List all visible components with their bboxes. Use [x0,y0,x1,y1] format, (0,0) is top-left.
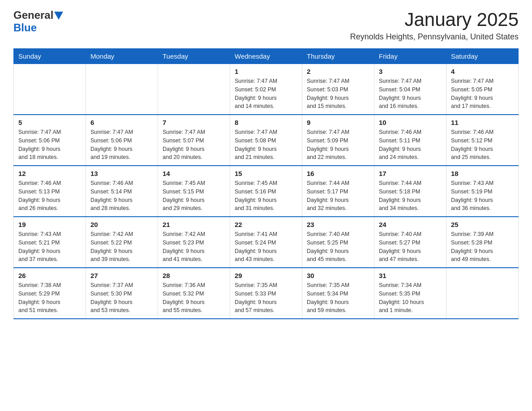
day-number: 10 [379,119,442,126]
day-number: 22 [235,221,297,228]
day-info: Sunrise: 7:44 AM Sunset: 5:18 PM Dayligh… [379,179,442,213]
calendar-day-31: 31Sunrise: 7:34 AM Sunset: 5:35 PM Dayli… [374,268,446,319]
day-number: 17 [379,170,442,177]
calendar-day-1: 1Sunrise: 7:47 AM Sunset: 5:02 PM Daylig… [230,64,302,115]
weekday-header-tuesday: Tuesday [158,49,230,64]
day-info: Sunrise: 7:35 AM Sunset: 5:33 PM Dayligh… [235,281,297,315]
logo: General Blue [13,9,63,34]
day-number: 28 [163,272,225,279]
day-number: 6 [90,119,153,126]
calendar-day-25: 25Sunrise: 7:39 AM Sunset: 5:28 PM Dayli… [446,217,519,268]
day-info: Sunrise: 7:47 AM Sunset: 5:09 PM Dayligh… [307,128,369,162]
day-number: 7 [163,119,225,126]
day-number: 23 [307,221,369,228]
calendar-week-row: 1Sunrise: 7:47 AM Sunset: 5:02 PM Daylig… [14,64,519,115]
calendar-day-16: 16Sunrise: 7:44 AM Sunset: 5:17 PM Dayli… [302,166,374,217]
day-number: 31 [379,272,442,279]
logo-blue-text: Blue [13,21,37,34]
calendar-day-28: 28Sunrise: 7:36 AM Sunset: 5:32 PM Dayli… [158,268,230,319]
calendar-day-26: 26Sunrise: 7:38 AM Sunset: 5:29 PM Dayli… [14,268,86,319]
calendar-week-row: 5Sunrise: 7:47 AM Sunset: 5:06 PM Daylig… [14,115,519,166]
calendar-empty-cell [86,64,158,115]
day-number: 29 [235,272,297,279]
day-info: Sunrise: 7:42 AM Sunset: 5:23 PM Dayligh… [163,230,225,264]
weekday-header-wednesday: Wednesday [230,49,302,64]
day-number: 30 [307,272,369,279]
location-subtitle: Reynolds Heights, Pennsylvania, United S… [350,32,519,42]
day-number: 8 [235,119,297,126]
weekday-header-sunday: Sunday [14,49,86,64]
title-section: January 2025 Reynolds Heights, Pennsylva… [350,9,519,42]
day-number: 18 [451,170,514,177]
day-info: Sunrise: 7:43 AM Sunset: 5:21 PM Dayligh… [18,230,81,264]
day-info: Sunrise: 7:43 AM Sunset: 5:19 PM Dayligh… [451,179,514,213]
weekday-header-saturday: Saturday [446,49,519,64]
day-info: Sunrise: 7:38 AM Sunset: 5:29 PM Dayligh… [18,281,81,315]
calendar-empty-cell [158,64,230,115]
calendar-day-2: 2Sunrise: 7:47 AM Sunset: 5:03 PM Daylig… [302,64,374,115]
day-number: 11 [451,119,514,126]
day-number: 13 [90,170,153,177]
day-info: Sunrise: 7:46 AM Sunset: 5:12 PM Dayligh… [451,128,514,162]
day-info: Sunrise: 7:47 AM Sunset: 5:05 PM Dayligh… [451,77,514,111]
calendar-day-12: 12Sunrise: 7:46 AM Sunset: 5:13 PM Dayli… [14,166,86,217]
calendar-day-13: 13Sunrise: 7:46 AM Sunset: 5:14 PM Dayli… [86,166,158,217]
day-info: Sunrise: 7:40 AM Sunset: 5:27 PM Dayligh… [379,230,442,264]
day-info: Sunrise: 7:37 AM Sunset: 5:30 PM Dayligh… [90,281,153,315]
day-info: Sunrise: 7:46 AM Sunset: 5:13 PM Dayligh… [18,179,81,213]
day-number: 5 [18,119,81,126]
calendar-day-19: 19Sunrise: 7:43 AM Sunset: 5:21 PM Dayli… [14,217,86,268]
day-number: 16 [307,170,369,177]
calendar-week-row: 19Sunrise: 7:43 AM Sunset: 5:21 PM Dayli… [14,217,519,268]
day-info: Sunrise: 7:47 AM Sunset: 5:03 PM Dayligh… [307,77,369,111]
calendar-day-11: 11Sunrise: 7:46 AM Sunset: 5:12 PM Dayli… [446,115,519,166]
calendar-day-6: 6Sunrise: 7:47 AM Sunset: 5:06 PM Daylig… [86,115,158,166]
day-number: 19 [18,221,81,228]
calendar-day-27: 27Sunrise: 7:37 AM Sunset: 5:30 PM Dayli… [86,268,158,319]
day-number: 12 [18,170,81,177]
month-year-title: January 2025 [350,9,519,30]
calendar-day-10: 10Sunrise: 7:46 AM Sunset: 5:11 PM Dayli… [374,115,446,166]
day-number: 24 [379,221,442,228]
calendar-day-30: 30Sunrise: 7:35 AM Sunset: 5:34 PM Dayli… [302,268,374,319]
day-info: Sunrise: 7:40 AM Sunset: 5:25 PM Dayligh… [307,230,369,264]
calendar-empty-cell [446,268,519,319]
day-info: Sunrise: 7:47 AM Sunset: 5:02 PM Dayligh… [235,77,297,111]
day-info: Sunrise: 7:47 AM Sunset: 5:07 PM Dayligh… [163,128,225,162]
calendar-day-18: 18Sunrise: 7:43 AM Sunset: 5:19 PM Dayli… [446,166,519,217]
calendar-day-20: 20Sunrise: 7:42 AM Sunset: 5:22 PM Dayli… [86,217,158,268]
calendar-day-15: 15Sunrise: 7:45 AM Sunset: 5:16 PM Dayli… [230,166,302,217]
day-number: 1 [235,68,297,75]
day-info: Sunrise: 7:36 AM Sunset: 5:32 PM Dayligh… [163,281,225,315]
svg-marker-0 [54,12,63,20]
day-info: Sunrise: 7:47 AM Sunset: 5:08 PM Dayligh… [235,128,297,162]
calendar-day-9: 9Sunrise: 7:47 AM Sunset: 5:09 PM Daylig… [302,115,374,166]
day-number: 26 [18,272,81,279]
calendar-week-row: 12Sunrise: 7:46 AM Sunset: 5:13 PM Dayli… [14,166,519,217]
day-number: 15 [235,170,297,177]
calendar-day-23: 23Sunrise: 7:40 AM Sunset: 5:25 PM Dayli… [302,217,374,268]
calendar-day-21: 21Sunrise: 7:42 AM Sunset: 5:23 PM Dayli… [158,217,230,268]
day-number: 27 [90,272,153,279]
day-info: Sunrise: 7:35 AM Sunset: 5:34 PM Dayligh… [307,281,369,315]
day-info: Sunrise: 7:47 AM Sunset: 5:06 PM Dayligh… [90,128,153,162]
calendar-day-4: 4Sunrise: 7:47 AM Sunset: 5:05 PM Daylig… [446,64,519,115]
day-info: Sunrise: 7:45 AM Sunset: 5:15 PM Dayligh… [163,179,225,213]
day-info: Sunrise: 7:39 AM Sunset: 5:28 PM Dayligh… [451,230,514,264]
calendar-day-22: 22Sunrise: 7:41 AM Sunset: 5:24 PM Dayli… [230,217,302,268]
calendar-table: SundayMondayTuesdayWednesdayThursdayFrid… [13,48,519,319]
day-info: Sunrise: 7:45 AM Sunset: 5:16 PM Dayligh… [235,179,297,213]
calendar-day-8: 8Sunrise: 7:47 AM Sunset: 5:08 PM Daylig… [230,115,302,166]
day-info: Sunrise: 7:46 AM Sunset: 5:11 PM Dayligh… [379,128,442,162]
day-number: 14 [163,170,225,177]
day-number: 25 [451,221,514,228]
day-number: 3 [379,68,442,75]
day-info: Sunrise: 7:34 AM Sunset: 5:35 PM Dayligh… [379,281,442,315]
weekday-header-monday: Monday [86,49,158,64]
logo-triangle-icon [54,12,63,20]
logo-general-text: General [13,9,53,21]
day-number: 20 [90,221,153,228]
calendar-day-17: 17Sunrise: 7:44 AM Sunset: 5:18 PM Dayli… [374,166,446,217]
weekday-header-thursday: Thursday [302,49,374,64]
day-info: Sunrise: 7:46 AM Sunset: 5:14 PM Dayligh… [90,179,153,213]
